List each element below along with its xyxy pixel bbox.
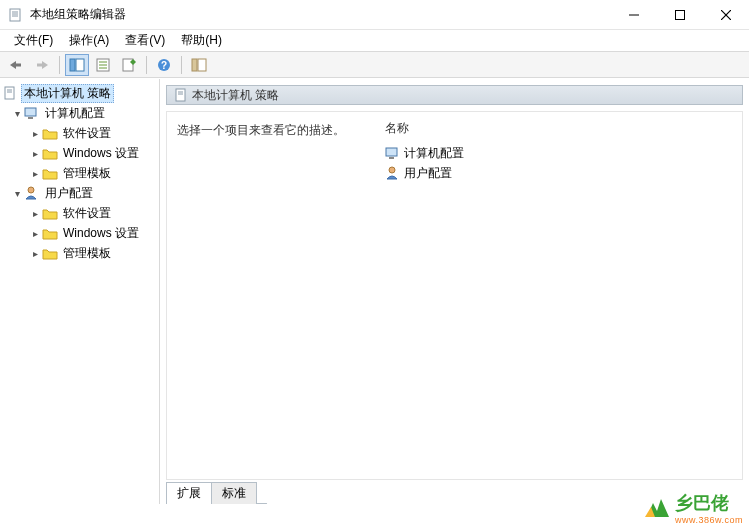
menu-view[interactable]: 查看(V) [117,30,173,51]
menu-bar: 文件(F) 操作(A) 查看(V) 帮助(H) [0,30,749,52]
description-text: 选择一个项目来查看它的描述。 [177,123,345,137]
toolbar: ? [0,52,749,78]
folder-icon [42,225,58,241]
tree-label: 软件设置 [61,205,113,222]
content-pane: 本地计算机 策略 选择一个项目来查看它的描述。 名称 计算机配置 用户配置 扩展… [160,79,749,504]
tree-computer-config[interactable]: ▾ 计算机配置 [0,103,159,123]
toolbar-separator [59,56,60,74]
svg-text:?: ? [161,60,167,71]
tree-software-settings[interactable]: ▸ 软件设置 [0,123,159,143]
help-button[interactable]: ? [152,54,176,76]
document-icon [2,85,18,101]
expand-icon[interactable]: ▸ [28,246,42,260]
tree-label: 管理模板 [61,245,113,262]
toolbar-separator [146,56,147,74]
computer-icon [385,145,401,161]
list-area: 名称 计算机配置 用户配置 [377,112,742,479]
main-area: 本地计算机 策略 ▾ 计算机配置 ▸ 软件设置 ▸ Windows 设置 ▸ 管… [0,78,749,504]
list-item-computer[interactable]: 计算机配置 [381,143,742,163]
close-button[interactable] [703,0,749,30]
toolbar-separator [181,56,182,74]
expand-icon[interactable]: ▸ [28,226,42,240]
content-header-title: 本地计算机 策略 [192,87,279,104]
list-item-user[interactable]: 用户配置 [381,163,742,183]
tree-label: 用户配置 [43,185,95,202]
svg-point-26 [28,187,34,193]
tree-admin-templates[interactable]: ▸ 管理模板 [0,163,159,183]
folder-icon [42,165,58,181]
svg-rect-8 [15,63,21,66]
tree-windows-settings[interactable]: ▸ Windows 设置 [0,223,159,243]
export-button[interactable] [117,54,141,76]
svg-rect-11 [76,59,84,71]
tree-label: 软件设置 [61,125,113,142]
content-body: 选择一个项目来查看它的描述。 名称 计算机配置 用户配置 [166,111,743,480]
tree-label: Windows 设置 [61,225,141,242]
user-icon [24,185,40,201]
menu-action[interactable]: 操作(A) [61,30,117,51]
svg-rect-31 [389,157,394,159]
tree-label: 计算机配置 [43,105,107,122]
watermark-url: www.386w.com [675,515,743,525]
svg-rect-9 [37,63,43,66]
window-controls [611,0,749,29]
expand-icon[interactable]: ▸ [28,126,42,140]
svg-rect-24 [25,108,36,116]
expand-icon[interactable]: ▸ [28,166,42,180]
column-header-name[interactable]: 名称 [381,118,742,143]
watermark-logo-icon [643,495,671,521]
window-title: 本地组策略编辑器 [30,6,611,23]
menu-file[interactable]: 文件(F) [6,30,61,51]
tree-label: Windows 设置 [61,145,141,162]
expand-icon[interactable]: ▸ [28,146,42,160]
tab-extended[interactable]: 扩展 [166,482,212,504]
folder-icon [42,205,58,221]
watermark-brand: 乡巴佬 [675,491,743,515]
title-bar: 本地组策略编辑器 [0,0,749,30]
watermark: 乡巴佬 www.386w.com [643,491,743,525]
tree-label: 管理模板 [61,165,113,182]
svg-rect-0 [10,9,20,21]
user-icon [385,165,401,181]
tree-label: 本地计算机 策略 [21,84,114,103]
back-button[interactable] [4,54,28,76]
tree-admin-templates[interactable]: ▸ 管理模板 [0,243,159,263]
svg-rect-20 [198,59,206,71]
maximize-button[interactable] [657,0,703,30]
forward-button[interactable] [30,54,54,76]
tree-windows-settings[interactable]: ▸ Windows 设置 [0,143,159,163]
list-item-label: 用户配置 [404,165,452,182]
svg-rect-10 [70,59,75,71]
tree-pane: 本地计算机 策略 ▾ 计算机配置 ▸ 软件设置 ▸ Windows 设置 ▸ 管… [0,79,160,504]
policy-tree[interactable]: 本地计算机 策略 ▾ 计算机配置 ▸ 软件设置 ▸ Windows 设置 ▸ 管… [0,83,159,263]
properties-button[interactable] [91,54,115,76]
filter-button[interactable] [187,54,211,76]
list-item-label: 计算机配置 [404,145,464,162]
description-panel: 选择一个项目来查看它的描述。 [167,112,377,479]
collapse-icon[interactable]: ▾ [10,106,24,120]
svg-rect-30 [386,148,397,156]
app-icon [8,7,24,23]
expand-icon[interactable]: ▸ [28,206,42,220]
collapse-icon[interactable]: ▾ [10,186,24,200]
tree-root[interactable]: 本地计算机 策略 [0,83,159,103]
minimize-button[interactable] [611,0,657,30]
svg-rect-27 [176,89,185,101]
svg-rect-19 [192,59,197,71]
menu-help[interactable]: 帮助(H) [173,30,230,51]
svg-rect-5 [676,11,685,20]
document-icon [173,87,189,103]
tree-user-config[interactable]: ▾ 用户配置 [0,183,159,203]
tree-software-settings[interactable]: ▸ 软件设置 [0,203,159,223]
computer-icon [24,105,40,121]
folder-icon [42,125,58,141]
content-header: 本地计算机 策略 [166,85,743,105]
folder-icon [42,245,58,261]
show-tree-button[interactable] [65,54,89,76]
svg-rect-25 [28,117,33,119]
svg-rect-21 [5,87,14,99]
folder-icon [42,145,58,161]
svg-point-32 [389,167,395,173]
